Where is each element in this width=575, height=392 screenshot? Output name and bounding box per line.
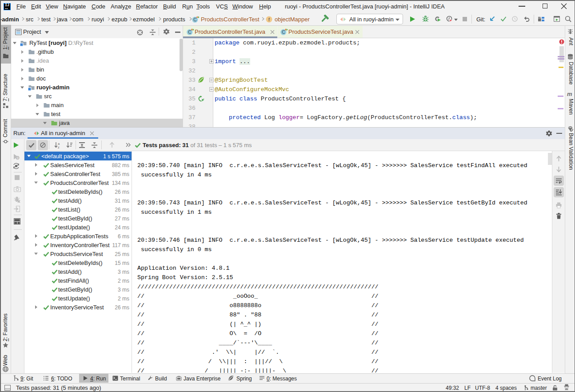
- svg-text:C: C: [282, 30, 285, 35]
- svg-text:9: 9: [16, 156, 19, 160]
- svg-text:f: f: [268, 17, 270, 22]
- svg-text:C: C: [188, 30, 191, 35]
- svg-text:z: z: [58, 145, 60, 149]
- svg-text:C: C: [193, 17, 196, 22]
